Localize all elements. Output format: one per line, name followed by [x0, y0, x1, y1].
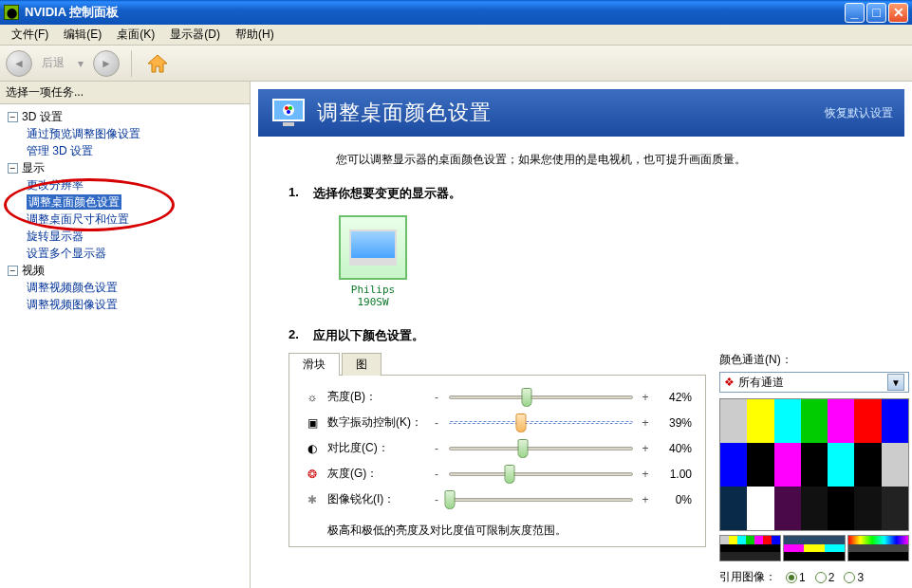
close-button[interactable]: ✕ [888, 3, 908, 23]
tab-slider[interactable]: 滑块 [288, 353, 340, 376]
monitor-selector[interactable]: Philips 190SW [336, 215, 410, 308]
tree-item[interactable]: 更改分辨率 [21, 176, 248, 193]
tree-group-3d[interactable]: − 3D 设置 [2, 108, 248, 125]
task-sidebar: 选择一项任务... − 3D 设置 通过预览调整图像设置 管理 3D 设置 − … [0, 82, 251, 588]
thumb-1[interactable] [719, 535, 781, 561]
menu-bar: 文件(F) 编辑(E) 桌面(K) 显示器(D) 帮助(H) [0, 25, 912, 46]
maximize-button[interactable]: □ [866, 3, 886, 23]
collapse-icon[interactable]: − [8, 266, 18, 276]
title-bar: ⬤ NVIDIA 控制面板 _ □ ✕ [0, 0, 912, 25]
channel-value: 所有通道 [738, 375, 784, 391]
sharpen-slider[interactable] [449, 498, 633, 502]
tree-item[interactable]: 调整桌面尺寸和位置 [21, 211, 248, 228]
vibrance-label: 数字振动控制(K)： [327, 414, 430, 431]
slider-thumb[interactable] [445, 490, 456, 509]
back-dropdown[interactable]: ▾ [78, 57, 84, 70]
window-buttons: _ □ ✕ [845, 3, 908, 23]
sharpen-label: 图像锐化(I)： [327, 491, 430, 507]
gamma-value: 1.00 [652, 468, 692, 481]
color-preview [719, 398, 909, 531]
chevron-down-icon: ▼ [887, 374, 904, 391]
svg-point-6 [287, 110, 290, 114]
window-title: NVIDIA 控制面板 [25, 4, 119, 21]
tree-group-video[interactable]: − 视频 [2, 262, 248, 279]
svg-rect-2 [283, 122, 294, 126]
page-title: 调整桌面颜色设置 [317, 99, 492, 127]
tree-item[interactable]: 调整视频颜色设置 [21, 279, 248, 296]
page-description: 您可以调整显示器的桌面颜色设置；如果您使用的是电视机，也可提升画面质量。 [251, 137, 912, 175]
page-banner: 调整桌面颜色设置 恢复默认设置 [258, 89, 904, 137]
reference-radio-1[interactable]: 1 [786, 571, 806, 584]
collapse-icon[interactable]: − [8, 112, 18, 122]
contrast-row: ◐ 对比度(C)： - + 40% [303, 440, 692, 456]
preview-thumbnails [719, 535, 909, 561]
slider-thumb[interactable] [521, 388, 531, 407]
reference-radio-2[interactable]: 2 [815, 571, 835, 584]
tree-item[interactable]: 设置多个显示器 [21, 245, 248, 262]
brightness-row: ☼ 亮度(B)： - + 42% [303, 389, 692, 405]
nvidia-icon: ⬤ [4, 5, 19, 20]
contrast-slider[interactable] [449, 447, 633, 450]
home-icon [146, 53, 169, 74]
tree-item[interactable]: 旋转显示器 [21, 228, 248, 245]
monitor-name: Philips 190SW [336, 284, 410, 308]
color-tabs: 滑块 图 [288, 352, 706, 376]
thumb-2[interactable] [783, 535, 845, 561]
sharpen-value: 0% [652, 493, 692, 506]
contrast-label: 对比度(C)： [327, 440, 430, 456]
sharpen-row: ✱ 图像锐化(I)： - + 0% [303, 491, 692, 507]
slider-thumb[interactable] [517, 439, 528, 458]
collapse-icon[interactable]: − [8, 163, 18, 174]
menu-help[interactable]: 帮助(H) [228, 25, 282, 45]
minimize-button[interactable]: _ [845, 3, 865, 23]
channel-select[interactable]: ❖ 所有通道 ▼ [719, 372, 909, 393]
menu-edit[interactable]: 编辑(E) [56, 25, 109, 45]
back-label: 后退 [42, 55, 65, 71]
svg-marker-0 [148, 55, 167, 72]
gamma-slider[interactable] [449, 472, 633, 476]
menu-display[interactable]: 显示器(D) [162, 25, 228, 45]
tree-item[interactable]: 调整视频图像设置 [21, 296, 248, 313]
vibrance-icon: ▣ [303, 416, 322, 430]
tree-item[interactable]: 通过预览调整图像设置 [21, 125, 248, 142]
sidebar-header: 选择一项任务... [0, 82, 250, 104]
contrast-value: 40% [652, 442, 692, 455]
brightness-value: 42% [652, 391, 692, 404]
vibrance-value: 39% [652, 416, 692, 430]
section-1-header: 1. 选择你想要变更的显示器。 [251, 175, 912, 206]
reference-radio-3[interactable]: 3 [844, 571, 864, 584]
reference-row: 引用图像： 1 2 3 [719, 569, 909, 585]
brightness-slider[interactable] [449, 395, 633, 399]
thumb-3[interactable] [847, 535, 909, 561]
reference-label: 引用图像： [719, 569, 776, 585]
sliders-panel: ☼ 亮度(B)： - + 42% ▣ 数字振动控制(K)： - + 39% [288, 376, 706, 547]
task-tree: − 3D 设置 通过预览调整图像设置 管理 3D 设置 − 显示 更改分辨率 调… [0, 104, 250, 317]
tree-item-selected[interactable]: 调整桌面颜色设置 [21, 193, 248, 211]
slider-thumb[interactable] [515, 413, 526, 432]
slider-thumb[interactable] [505, 465, 515, 484]
home-button[interactable] [143, 50, 172, 77]
contrast-icon: ◐ [303, 442, 322, 455]
nav-toolbar: ◄ 后退 ▾ ► [0, 46, 912, 82]
banner-monitor-icon [270, 94, 307, 132]
restore-defaults-link[interactable]: 恢复默认设置 [825, 105, 893, 121]
svg-point-5 [288, 106, 292, 110]
toolbar-divider [131, 50, 132, 77]
tree-group-display[interactable]: − 显示 [2, 159, 248, 176]
tree-item[interactable]: 管理 3D 设置 [21, 142, 248, 159]
gamma-row: ❂ 灰度(G)： - + 1.00 [303, 466, 692, 482]
tab-image[interactable]: 图 [342, 353, 382, 376]
brightness-label: 亮度(B)： [327, 389, 430, 405]
gamma-icon: ❂ [303, 468, 322, 481]
vibrance-slider[interactable] [449, 421, 633, 424]
gamma-label: 灰度(G)： [327, 466, 430, 482]
brightness-icon: ☼ [303, 391, 322, 404]
content-pane: 调整桌面颜色设置 恢复默认设置 您可以调整显示器的桌面颜色设置；如果您使用的是电… [251, 82, 912, 588]
forward-button[interactable]: ► [93, 50, 120, 77]
back-button[interactable]: ◄ [6, 50, 32, 77]
menu-file[interactable]: 文件(F) [4, 25, 56, 45]
monitor-icon [339, 215, 407, 280]
svg-point-4 [285, 106, 288, 110]
vibrance-row: ▣ 数字振动控制(K)： - + 39% [303, 414, 692, 431]
menu-desktop[interactable]: 桌面(K) [109, 25, 162, 45]
